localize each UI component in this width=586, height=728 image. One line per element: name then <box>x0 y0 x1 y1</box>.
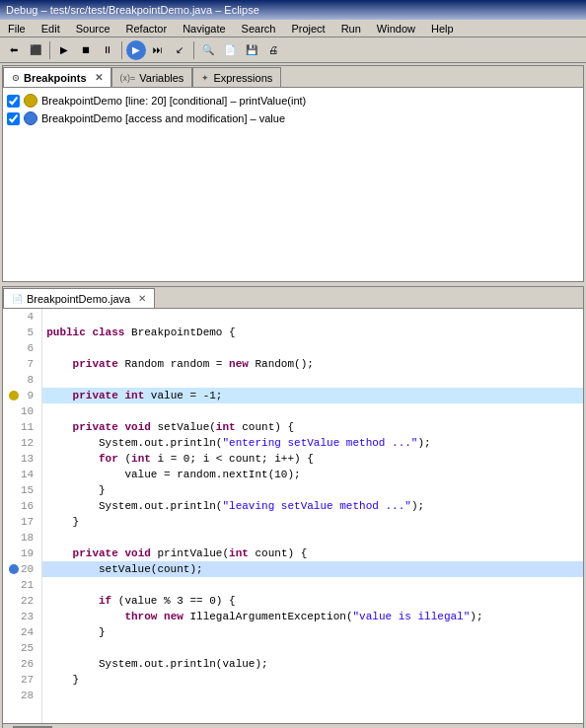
breakpoint-item-2[interactable]: BreakpointDemo [access and modification]… <box>7 109 579 127</box>
tab-breakpoints-label: Breakpoints <box>24 72 87 84</box>
toolbar-btn-1[interactable]: ⬅ <box>4 40 24 60</box>
code-line-14[interactable]: value = random.nextInt(10); <box>42 467 583 482</box>
toolbar-btn-11[interactable]: 🖨 <box>263 40 283 60</box>
menu-search[interactable]: Search <box>238 22 280 36</box>
top-tabs: ⊙ Breakpoints ✕ (x)= Variables ✦ Express… <box>3 66 583 88</box>
code-tab-close[interactable]: ✕ <box>138 293 146 304</box>
variables-icon: (x)= <box>120 73 136 83</box>
line-number-27: 27 <box>7 672 37 688</box>
code-line-22[interactable]: if (value % 3 == 0) { <box>42 593 583 609</box>
toolbar-btn-8[interactable]: 🔍 <box>198 40 218 60</box>
code-panel: 📄 BreakpointDemo.java ✕ 4567891011121314… <box>2 286 584 728</box>
code-line-28[interactable] <box>42 688 583 703</box>
code-line-4[interactable] <box>42 309 583 325</box>
line-number-11: 11 <box>7 419 37 435</box>
menu-window[interactable]: Window <box>373 22 419 36</box>
breakpoints-close[interactable]: ✕ <box>95 72 103 83</box>
code-line-20[interactable]: setValue(count); <box>42 561 583 577</box>
code-line-12[interactable]: System.out.println("entering setValue me… <box>42 435 583 451</box>
breakpoint-item-1[interactable]: BreakpointDemo [line: 20] [conditional] … <box>7 92 579 109</box>
line-number-9: 9 <box>7 388 37 403</box>
toolbar-btn-7[interactable]: ↙ <box>170 40 189 60</box>
toolbar: ⬅ ⬛ ▶ ⏹ ⏸ ▶ ⏭ ↙ 🔍 📄 💾 🖨 <box>0 37 586 63</box>
watchpoint-marker-9 <box>9 391 19 400</box>
code-line-15[interactable]: } <box>42 482 583 498</box>
code-line-21[interactable] <box>42 577 583 593</box>
toolbar-btn-5[interactable]: ⏸ <box>98 40 117 60</box>
toolbar-sep-1 <box>49 41 50 59</box>
toolbar-btn-6[interactable]: ⏭ <box>148 40 168 60</box>
code-line-17[interactable]: } <box>42 514 583 530</box>
line-number-13: 13 <box>7 451 37 467</box>
code-line-26[interactable]: System.out.println(value); <box>42 656 583 672</box>
toolbar-btn-9[interactable]: 📄 <box>220 40 240 60</box>
code-line-8[interactable] <box>42 372 583 388</box>
title-bar: Debug – test/src/test/BreakpointDemo.jav… <box>0 0 586 20</box>
top-panel: ⊙ Breakpoints ✕ (x)= Variables ✦ Express… <box>2 65 584 282</box>
code-tabs: 📄 BreakpointDemo.java ✕ <box>3 287 583 309</box>
line-number-8: 8 <box>7 372 37 388</box>
code-area[interactable]: 4567891011121314151617181920212223242526… <box>3 309 583 723</box>
menu-bar: File Edit Source Refactor Navigate Searc… <box>0 20 586 37</box>
bp-text-1: BreakpointDemo [line: 20] [conditional] … <box>41 95 306 107</box>
menu-refactor[interactable]: Refactor <box>122 22 172 36</box>
line-number-20: 20 <box>7 561 37 577</box>
toolbar-btn-4[interactable]: ⏹ <box>76 40 96 60</box>
bp-checkbox-1[interactable] <box>7 95 20 108</box>
code-line-7[interactable]: private Random random = new Random(); <box>42 356 583 372</box>
menu-file[interactable]: File <box>4 22 30 36</box>
code-tab-label: BreakpointDemo.java <box>27 293 130 305</box>
code-line-6[interactable] <box>42 340 583 356</box>
toolbar-sep-3 <box>193 41 194 59</box>
toolbar-btn-10[interactable]: 💾 <box>242 40 261 60</box>
line-number-28: 28 <box>7 688 37 703</box>
tab-expressions-label: Expressions <box>213 72 272 84</box>
line-number-21: 21 <box>7 577 37 593</box>
line-number-5: 5 <box>7 325 37 340</box>
code-tab-breakpointdemo[interactable]: 📄 BreakpointDemo.java ✕ <box>3 288 155 308</box>
code-line-19[interactable]: private void printValue(int count) { <box>42 546 583 561</box>
code-tab-icon: 📄 <box>12 294 23 304</box>
toolbar-sep-2 <box>121 41 122 59</box>
code-line-24[interactable]: } <box>42 624 583 640</box>
code-line-10[interactable] <box>42 403 583 419</box>
bp-checkbox-2[interactable] <box>7 112 20 125</box>
code-line-9[interactable]: private int value = -1; <box>42 388 583 403</box>
line-numbers: 4567891011121314151617181920212223242526… <box>3 309 42 723</box>
code-content[interactable]: public class BreakpointDemo { private Ra… <box>42 309 583 723</box>
tab-variables[interactable]: (x)= Variables <box>111 67 193 87</box>
menu-help[interactable]: Help <box>427 22 458 36</box>
line-number-16: 16 <box>7 498 37 514</box>
toolbar-btn-debug[interactable]: ▶ <box>126 40 146 60</box>
code-line-23[interactable]: throw new IllegalArgumentException("valu… <box>42 609 583 624</box>
line-number-18: 18 <box>7 530 37 546</box>
code-line-18[interactable] <box>42 530 583 546</box>
code-line-27[interactable]: } <box>42 672 583 688</box>
line-number-22: 22 <box>7 593 37 609</box>
line-number-4: 4 <box>7 309 37 325</box>
menu-edit[interactable]: Edit <box>37 22 64 36</box>
tab-expressions[interactable]: ✦ Expressions <box>192 67 281 87</box>
toolbar-btn-2[interactable]: ⬛ <box>26 40 45 60</box>
tab-breakpoints[interactable]: ⊙ Breakpoints ✕ <box>3 67 111 87</box>
bp-icon-conditional <box>24 94 37 108</box>
menu-project[interactable]: Project <box>287 22 329 36</box>
toolbar-btn-3[interactable]: ▶ <box>54 40 74 60</box>
menu-navigate[interactable]: Navigate <box>179 22 229 36</box>
breakpoints-icon: ⊙ <box>12 73 20 83</box>
code-line-5[interactable]: public class BreakpointDemo { <box>42 325 583 340</box>
menu-source[interactable]: Source <box>72 22 114 36</box>
title-text: Debug – test/src/test/BreakpointDemo.jav… <box>6 4 259 16</box>
breakpoint-marker-20 <box>9 564 19 574</box>
code-line-16[interactable]: System.out.println("leaving setValue met… <box>42 498 583 514</box>
expressions-icon: ✦ <box>201 73 209 83</box>
tab-variables-label: Variables <box>139 72 183 84</box>
horizontal-scrollbar[interactable] <box>3 723 583 728</box>
menu-run[interactable]: Run <box>337 22 365 36</box>
line-number-25: 25 <box>7 640 37 656</box>
code-line-13[interactable]: for (int i = 0; i < count; i++) { <box>42 451 583 467</box>
code-line-11[interactable]: private void setValue(int count) { <box>42 419 583 435</box>
code-line-25[interactable] <box>42 640 583 656</box>
line-number-7: 7 <box>7 356 37 372</box>
line-number-6: 6 <box>7 340 37 356</box>
